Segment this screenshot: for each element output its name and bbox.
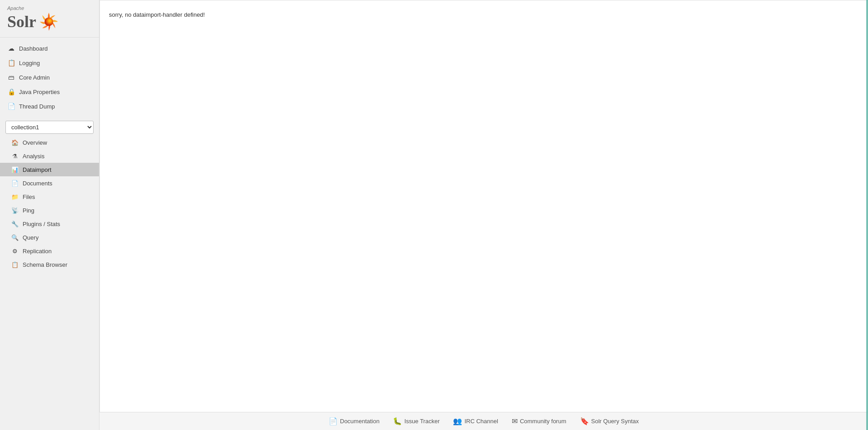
query-label: Query (23, 234, 38, 241)
logging-icon: 📋 (7, 59, 15, 67)
sub-nav-item-dataimport[interactable]: 📊 Dataimport (0, 163, 99, 176)
dataimport-icon: 📊 (11, 165, 19, 174)
svg-point-0 (44, 17, 53, 26)
thread-dump-icon: 📄 (7, 102, 15, 110)
dashboard-label: Dashboard (19, 45, 48, 52)
solr-logo-icon (38, 11, 60, 33)
schema-browser-icon: 📋 (11, 260, 19, 269)
sub-nav-item-documents[interactable]: 📄 Documents (0, 176, 99, 190)
overview-label: Overview (23, 139, 47, 146)
irc-channel-icon: 👥 (453, 417, 462, 425)
documentation-label: Documentation (340, 418, 379, 425)
analysis-label: Analysis (23, 153, 44, 160)
sidebar-item-dashboard[interactable]: ☁ Dashboard (0, 41, 99, 56)
java-properties-icon: 🔒 (7, 88, 15, 96)
replication-icon: ⚙ (11, 247, 19, 255)
plugins-stats-icon: 🔧 (11, 220, 19, 228)
footer-link-documentation[interactable]: 📄 Documentation (329, 417, 379, 425)
documentation-icon: 📄 (329, 417, 338, 425)
documents-label: Documents (23, 180, 52, 187)
sub-nav-item-overview[interactable]: 🏠 Overview (0, 136, 99, 149)
logo-area: Apache Solr (0, 0, 99, 38)
community-forum-icon: ✉ (512, 417, 518, 425)
community-forum-label: Community forum (520, 418, 566, 425)
dataimport-label: Dataimport (23, 166, 52, 173)
sub-nav-item-replication[interactable]: ⚙ Replication (0, 244, 99, 258)
core-admin-label: Core Admin (19, 74, 50, 81)
sub-nav-item-query[interactable]: 🔍 Query (0, 231, 99, 244)
sidebar: Apache Solr (0, 0, 99, 430)
main-nav: ☁ Dashboard 📋 Logging 🗃 Core Admin 🔒 Jav… (0, 38, 99, 117)
sidebar-item-core-admin[interactable]: 🗃 Core Admin (0, 70, 99, 85)
irc-channel-label: IRC Channel (464, 418, 498, 425)
footer: 📄 Documentation 🐛 Issue Tracker 👥 IRC Ch… (99, 412, 868, 430)
sub-nav-item-files[interactable]: 📁 Files (0, 190, 99, 203)
files-label: Files (23, 194, 35, 200)
thread-dump-label: Thread Dump (19, 103, 55, 110)
footer-link-solr-query-syntax[interactable]: 🔖 Solr Query Syntax (580, 417, 639, 425)
solr-query-syntax-label: Solr Query Syntax (591, 418, 639, 425)
footer-link-community-forum[interactable]: ✉ Community forum (512, 417, 566, 425)
core-admin-icon: 🗃 (7, 73, 15, 81)
replication-label: Replication (23, 248, 52, 255)
sidebar-item-thread-dump[interactable]: 📄 Thread Dump (0, 99, 99, 113)
sidebar-item-logging[interactable]: 📋 Logging (0, 56, 99, 70)
collection-selector: collection1 (5, 121, 94, 134)
error-message: sorry, no dataimport-handler defined! (109, 11, 859, 18)
query-icon: 🔍 (11, 233, 19, 241)
collection-select[interactable]: collection1 (5, 121, 94, 134)
sub-nav-item-ping[interactable]: 📡 Ping (0, 203, 99, 217)
documents-icon: 📄 (11, 179, 19, 187)
ping-label: Ping (23, 207, 34, 214)
sub-nav-item-analysis[interactable]: ⚗ Analysis (0, 149, 99, 163)
solr-query-syntax-icon: 🔖 (580, 417, 589, 425)
schema-browser-label: Schema Browser (23, 261, 67, 268)
dashboard-icon: ☁ (7, 44, 15, 52)
issue-tracker-label: Issue Tracker (404, 418, 439, 425)
analysis-icon: ⚗ (11, 152, 19, 160)
sub-nav-item-plugins-stats[interactable]: 🔧 Plugins / Stats (0, 217, 99, 231)
ping-icon: 📡 (11, 206, 19, 214)
footer-link-issue-tracker[interactable]: 🐛 Issue Tracker (393, 417, 439, 425)
overview-icon: 🏠 (11, 138, 19, 146)
sidebar-item-java-properties[interactable]: 🔒 Java Properties (0, 85, 99, 99)
main-content: sorry, no dataimport-handler defined! (99, 0, 868, 430)
issue-tracker-icon: 🐛 (393, 417, 402, 425)
logo-apache-text: Apache (7, 5, 24, 11)
plugins-stats-label: Plugins / Stats (23, 221, 60, 227)
java-properties-label: Java Properties (19, 89, 60, 95)
footer-link-irc-channel[interactable]: 👥 IRC Channel (453, 417, 498, 425)
scrollbar-accent (866, 0, 868, 430)
sub-nav-item-schema-browser[interactable]: 📋 Schema Browser (0, 258, 99, 271)
files-icon: 📁 (11, 193, 19, 201)
logo-solr-text: Solr (7, 12, 36, 31)
logging-label: Logging (19, 60, 40, 66)
